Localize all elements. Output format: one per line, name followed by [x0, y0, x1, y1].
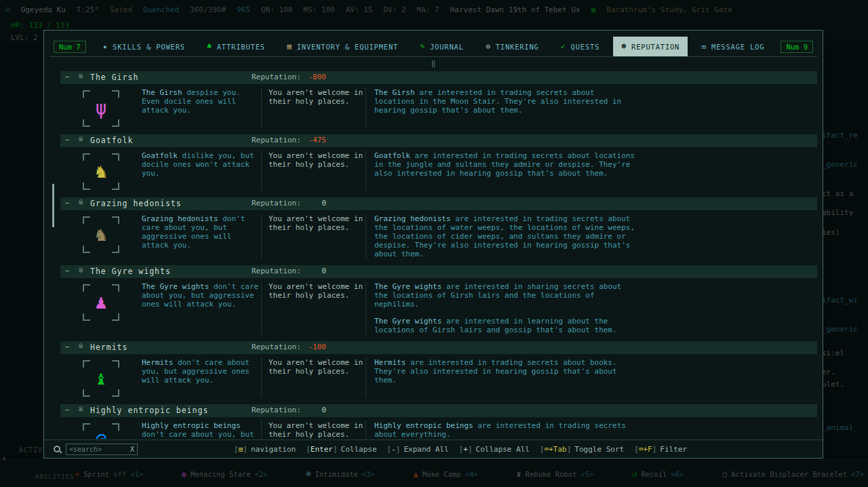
faction-header[interactable]: − ※ Hermits Reputation: -100	[60, 341, 817, 354]
hint-collapse-all: + Collapse All	[459, 445, 530, 454]
minus-key: -	[387, 445, 401, 454]
faction-feelings: Grazing hedonists don't care about you, …	[142, 214, 261, 258]
faction-welcome-text: You aren't welcome in their holy places.	[261, 282, 366, 334]
faction-sprite: ♞	[96, 162, 107, 181]
tab-attributes[interactable]: ♣ ATTRIBUTES	[198, 37, 273, 56]
plus-key: +	[459, 445, 473, 454]
tab-message-log[interactable]: ✉ MESSAGE LOG	[693, 37, 773, 56]
faction-interests: Goatfolk are interested in trading secre…	[366, 151, 635, 191]
hint-label: Toggle Sort	[574, 445, 624, 454]
scroll-handle-icon[interactable]: ‖	[431, 59, 436, 68]
tab-journal[interactable]: ✎ JOURNAL	[412, 37, 472, 56]
faction-header[interactable]: − ※ The Gyre wights Reputation: 0	[60, 265, 817, 278]
faction-name-highlight: Goatfolk	[142, 151, 178, 160]
search-box: X	[66, 444, 138, 455]
keybind-hints: ⊞ navigation Enter Collapse - Expand All…	[234, 440, 687, 458]
search-clear-button[interactable]: X	[130, 446, 134, 453]
attributes-icon: ♣	[207, 42, 212, 51]
hint-expand-all: - Expand All	[387, 445, 449, 454]
tab-quests[interactable]: ✓ QUESTS	[552, 37, 608, 56]
hint-label: Filter	[660, 445, 687, 454]
tab-label: TINKERING	[496, 43, 539, 51]
faction-header[interactable]: − ※ Grazing hedonists Reputation: 0	[60, 197, 817, 210]
faction-name-highlight: The Girsh	[374, 88, 415, 97]
tinkering-icon: ⚙	[486, 42, 490, 51]
faction-header[interactable]: − ※ Highly entropic beings Reputation: 0	[60, 404, 817, 417]
faction-heraldry-icon: ※	[78, 136, 83, 143]
character-sheet-window: Num 7 ★ SKILLS & POWERS ♣ ATTRIBUTES ▦ I…	[43, 30, 823, 459]
faction-welcome-text: You aren't welcome in their holy places.	[261, 88, 366, 128]
window-footer: X ⊞ navigation Enter Collapse - Expand A…	[44, 440, 823, 458]
hint-label: Expand All	[403, 445, 448, 454]
hint-toggle-sort: ⌨+Tab Toggle Sort	[540, 445, 624, 454]
hint-filter: ⌨+F Filter	[634, 445, 687, 454]
faction-section: − ※ The Gyre wights Reputation: 0 ♟ The …	[60, 265, 817, 336]
faction-feelings: The Gyre wights don't care about you, bu…	[142, 282, 261, 334]
interest-paragraph: Highly entropic beings are interested in…	[374, 421, 635, 439]
quests-icon: ✓	[561, 42, 566, 51]
hint-label: Collapse All	[476, 445, 530, 454]
faction-sprite-cell: ♝	[60, 358, 142, 397]
tab-bar: Num 7 ★ SKILLS & POWERS ♣ ATTRIBUTES ▦ I…	[50, 37, 817, 57]
faction-feelings: Goatfolk dislike you, but docile ones wo…	[142, 151, 261, 191]
faction-sprite: ♝	[96, 369, 107, 388]
faction-section: > − ※ The Girsh Reputation: -800 ψ The G…	[60, 71, 817, 129]
faction-welcome-text: You aren't welcome in their holy places.	[261, 358, 366, 397]
search-group: X	[54, 444, 138, 455]
sprite-frame: ♝	[83, 360, 119, 397]
tab-reputation[interactable]: ☻ REPUTATION	[613, 37, 688, 56]
message-log-icon: ✉	[702, 42, 707, 51]
reputation-icon: ☻	[622, 42, 627, 51]
faction-details: ♝ Hermits don't care about you, but aggr…	[60, 354, 817, 399]
tab-label: QUESTS	[571, 43, 600, 51]
collapse-icon[interactable]: −	[65, 406, 70, 414]
faction-name-highlight: Hermits	[374, 358, 406, 367]
enter-key: Enter	[306, 445, 337, 454]
scrollbar-thumb[interactable]	[52, 184, 54, 227]
faction-name-highlight: Highly entropic beings	[142, 421, 241, 430]
faction-name: Goatfolk	[90, 136, 133, 145]
search-input[interactable]	[69, 446, 130, 453]
faction-section: − ※ Hermits Reputation: -100 ♝ Hermits d…	[60, 341, 817, 399]
faction-sprite-cell: ♞	[60, 214, 142, 258]
tab-label: SKILLS & POWERS	[113, 43, 185, 51]
tab-skills-powers[interactable]: ★ SKILLS & POWERS	[94, 37, 193, 56]
dpad-key-icon: ⊞	[234, 445, 248, 454]
collapse-icon[interactable]: −	[65, 267, 70, 275]
next-tab-key-badge: Num 9	[781, 41, 813, 53]
tab-tinkering[interactable]: ⚙ TINKERING	[477, 37, 547, 56]
faction-name-highlight: Highly entropic beings	[374, 421, 473, 430]
faction-interests: The Girsh are interested in trading secr…	[366, 88, 635, 128]
interest-paragraph: Goatfolk are interested in trading secre…	[374, 151, 635, 178]
journal-icon: ✎	[420, 42, 425, 51]
faction-interests: Hermits are interested in trading secret…	[366, 358, 635, 397]
sprite-frame: ♞	[83, 153, 119, 190]
faction-sprite: ♞	[96, 225, 107, 244]
faction-feelings: The Girsh despise you. Even docile ones …	[142, 88, 261, 128]
reputation-value: 0	[288, 406, 326, 414]
reputation-value: -800	[288, 73, 326, 81]
faction-name: Hermits	[90, 343, 127, 352]
collapse-icon[interactable]: −	[65, 199, 70, 208]
hint-navigation: ⊞ navigation	[234, 445, 296, 454]
faction-feelings: Hermits don't care about you, but aggres…	[142, 358, 261, 397]
hint-collapse: Enter Collapse	[306, 445, 376, 454]
faction-details: ψ The Girsh despise you. Even docile one…	[60, 84, 817, 129]
collapse-icon[interactable]: −	[65, 73, 70, 81]
collapse-icon[interactable]: −	[65, 136, 70, 144]
tab-label: REPUTATION	[631, 43, 679, 51]
faction-name-highlight: Grazing hedonists	[142, 214, 218, 223]
collapse-icon[interactable]: −	[65, 343, 70, 351]
faction-welcome-text: You aren't welcome in their holy places.	[261, 214, 366, 258]
inventory-icon: ▦	[287, 42, 292, 51]
tab-inventory-equipment[interactable]: ▦ INVENTORY & EQUIPMENT	[278, 37, 406, 56]
faction-name-highlight: The Gyre wights	[374, 282, 441, 291]
faction-feelings: Highly entropic beings don't care about …	[142, 421, 261, 439]
interest-paragraph: The Girsh are interested in trading secr…	[374, 88, 635, 115]
faction-header[interactable]: − ※ Goatfolk Reputation: -475	[60, 134, 817, 147]
interest-paragraph: Grazing hedonists are interested in trad…	[374, 214, 635, 258]
faction-details: ♞ Goatfolk dislike you, but docile ones …	[60, 147, 817, 192]
skills-icon: ★	[103, 42, 108, 51]
faction-sprite: ψ	[96, 99, 107, 118]
faction-header[interactable]: > − ※ The Girsh Reputation: -800	[60, 71, 817, 84]
